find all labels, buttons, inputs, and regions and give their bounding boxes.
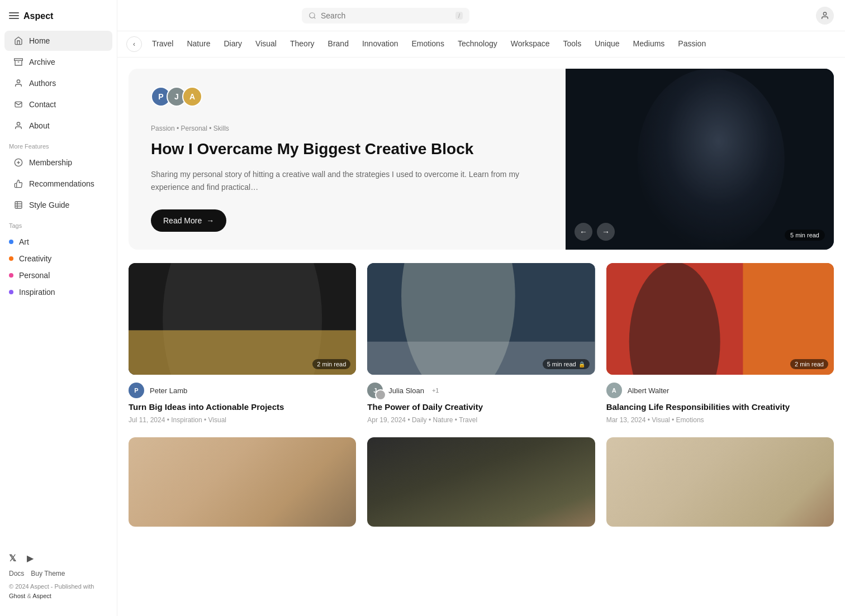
- read-more-button[interactable]: Read More →: [151, 209, 226, 232]
- tags-label: Tags: [0, 216, 117, 231]
- category-travel[interactable]: Travel: [146, 31, 179, 57]
- youtube-icon[interactable]: ▶: [27, 553, 38, 564]
- article-card-3[interactable]: 2 min read A Albert Walter Balancing Lif…: [606, 263, 834, 424]
- category-nav: ‹ Travel Nature Diary Visual Theory Bran…: [117, 31, 845, 58]
- menu-icon[interactable]: [9, 12, 19, 20]
- category-emotions[interactable]: Emotions: [406, 31, 450, 57]
- read-time-badge-1: 2 min read: [312, 359, 350, 369]
- top-right: [816, 7, 834, 25]
- article-img-bg-3: [606, 263, 834, 375]
- category-technology[interactable]: Technology: [452, 31, 503, 57]
- docs-link[interactable]: Docs: [9, 570, 24, 577]
- tag-art[interactable]: Art: [0, 233, 117, 250]
- tag-creativity[interactable]: Creativity: [0, 250, 117, 267]
- read-time-badge-3: 2 min read: [790, 359, 828, 369]
- app-logo[interactable]: Aspect: [0, 7, 117, 30]
- category-innovation[interactable]: Innovation: [357, 31, 404, 57]
- tag-personal[interactable]: Personal: [0, 267, 117, 284]
- article-card-6[interactable]: [606, 437, 834, 534]
- category-prev-button[interactable]: ‹: [126, 36, 142, 52]
- svg-line-13: [314, 17, 316, 18]
- author-avatar-3: A: [606, 383, 622, 398]
- search-icon: [308, 12, 316, 20]
- author-avatar-extra-2: [375, 389, 386, 400]
- more-features-label: More Features: [0, 136, 117, 152]
- user-avatar[interactable]: [816, 7, 834, 25]
- tag-label-art: Art: [19, 237, 29, 246]
- hero-next-button[interactable]: →: [597, 223, 615, 241]
- sidebar-item-label: Archive: [29, 58, 55, 66]
- article-card-4[interactable]: [129, 437, 356, 534]
- search-input[interactable]: [321, 11, 451, 20]
- article-img-bg-2: [367, 263, 595, 375]
- sidebar-item-archive[interactable]: Archive: [4, 52, 112, 72]
- article-image-4: [129, 437, 356, 527]
- about-icon: [13, 121, 23, 131]
- article-img-bg-4: [129, 437, 356, 527]
- category-tools[interactable]: Tools: [558, 31, 587, 57]
- category-diary[interactable]: Diary: [218, 31, 248, 57]
- article-title-2: The Power of Daily Creativity: [367, 402, 595, 413]
- author-name-2: Julia Sloan: [388, 386, 424, 395]
- footer-links: Docs Buy Theme: [9, 570, 108, 577]
- sidebar-item-label: About: [29, 121, 50, 130]
- svg-point-4: [17, 122, 20, 125]
- category-theory[interactable]: Theory: [284, 31, 320, 57]
- article-img-bg-1: [129, 263, 356, 375]
- author-name-1: Peter Lamb: [150, 386, 187, 395]
- social-links: 𝕏 ▶: [9, 553, 108, 564]
- article-card-2[interactable]: 5 min read 🔒 J Julia Sloan +1 The Power …: [367, 263, 595, 424]
- ghost-link[interactable]: Ghost: [9, 593, 25, 599]
- article-img-svg-1: [129, 263, 356, 375]
- category-visual[interactable]: Visual: [250, 31, 282, 57]
- home-icon: [13, 36, 23, 46]
- sidebar-item-authors[interactable]: Authors: [4, 73, 112, 93]
- hero-navigation: ← →: [575, 223, 615, 241]
- author-avatar-2: J: [367, 383, 383, 398]
- article-img-bg-6: [606, 437, 834, 527]
- sidebar-item-label: Membership: [29, 158, 72, 167]
- authors-icon: [13, 78, 23, 88]
- sidebar-item-label: Authors: [29, 79, 56, 88]
- svg-rect-25: [743, 263, 834, 375]
- contact-icon: [13, 99, 23, 109]
- sidebar-item-about[interactable]: About: [4, 116, 112, 136]
- sidebar-item-membership[interactable]: Membership: [4, 152, 112, 173]
- category-brand[interactable]: Brand: [322, 31, 354, 57]
- hero-image: ← → 5 min read: [566, 69, 834, 250]
- sidebar-item-recommendations[interactable]: Recommendations: [4, 174, 112, 194]
- hero-read-time: 5 min read: [785, 230, 825, 241]
- sidebar-item-home[interactable]: Home: [4, 31, 112, 51]
- sidebar-footer: 𝕏 ▶ Docs Buy Theme © 2024 Aspect - Publi…: [0, 544, 117, 609]
- article-image-1: 2 min read: [129, 263, 356, 375]
- article-card-5[interactable]: [367, 437, 595, 534]
- sidebar-item-label: Contact: [29, 100, 56, 109]
- tag-label-personal: Personal: [19, 271, 50, 280]
- aspect-link[interactable]: Aspect: [32, 593, 51, 599]
- category-unique[interactable]: Unique: [589, 31, 625, 57]
- article-author-row-1: P Peter Lamb: [129, 383, 356, 398]
- hero-prev-button[interactable]: ←: [575, 223, 592, 241]
- read-time-badge-2: 5 min read 🔒: [543, 359, 590, 369]
- lock-icon: 🔒: [578, 361, 585, 367]
- article-card-1[interactable]: 2 min read P Peter Lamb Turn Big Ideas i…: [129, 263, 356, 424]
- article-grid-row1: 2 min read P Peter Lamb Turn Big Ideas i…: [129, 263, 834, 424]
- article-image-5: [367, 437, 595, 527]
- category-nature[interactable]: Nature: [181, 31, 216, 57]
- category-workspace[interactable]: Workspace: [505, 31, 556, 57]
- membership-icon: [13, 157, 23, 168]
- category-passion[interactable]: Passion: [672, 31, 711, 57]
- tag-inspiration[interactable]: Inspiration: [0, 284, 117, 300]
- sidebar-item-style-guide[interactable]: Style Guide: [4, 195, 112, 215]
- search-box[interactable]: /: [302, 8, 469, 23]
- article-img-bg-5: [367, 437, 595, 527]
- sidebar: Aspect Home Archive Authors Contact Abou…: [0, 0, 117, 616]
- category-mediums[interactable]: Mediums: [628, 31, 671, 57]
- sidebar-item-contact[interactable]: Contact: [4, 94, 112, 114]
- twitter-icon[interactable]: 𝕏: [9, 553, 20, 564]
- buy-theme-link[interactable]: Buy Theme: [31, 570, 65, 577]
- recommendations-icon: [13, 179, 23, 189]
- style-guide-icon: [13, 200, 23, 210]
- sidebar-item-label: Style Guide: [29, 200, 69, 209]
- tag-dot-inspiration: [9, 290, 13, 294]
